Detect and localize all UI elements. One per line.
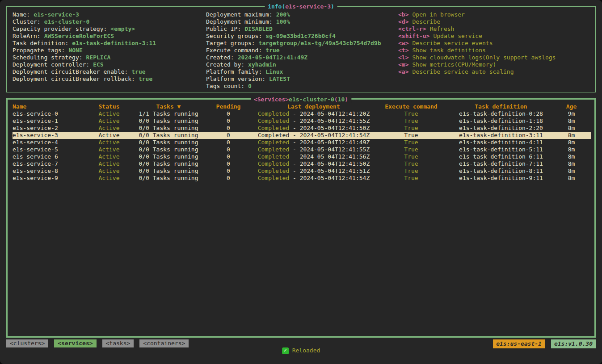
table-row[interactable]: e1s-service-0 Active 1/1 Tasks running 0… [13, 110, 591, 117]
info-column-1: Name:e1s-service-3 Cluster:e1s-cluster-0… [13, 11, 206, 90]
field-public-ip: Public IP:DISABLED [206, 25, 398, 33]
table-header-row: Name Status Tasks ▼ Pending Last deploym… [13, 103, 591, 110]
hotkey-describe: <d>Describe [398, 18, 595, 25]
cell-last-deployment: Completed - 2024-05-04T12:41:50Z [254, 160, 374, 167]
cell-last-deployment: Completed - 2024-05-04T12:41:51Z [254, 167, 374, 175]
hotkey-describe-auto-scaling: <a>Describe service auto scaling [398, 68, 595, 75]
field-scheduling-strategy: Scheduling strategy:REPLICA [13, 54, 206, 61]
info-title-prefix: info( [268, 3, 285, 10]
header-last-deployment: Last deployment [254, 103, 374, 110]
cell-last-deployment: Completed - 2024-05-04T12:41:56Z [254, 153, 374, 160]
field-target-groups: Target groups:targetgroup/e1s-tg/49a543c… [206, 40, 398, 47]
cell-last-deployment: Completed - 2024-05-04T12:41:54Z [254, 132, 374, 139]
e1s-terminal-app: info(e1s-service-3) Name:e1s-service-3 C… [0, 0, 602, 364]
services-title-cluster: e1s-cluster-0 [289, 96, 334, 103]
cell-last-deployment: Completed - 2024-05-04T12:41:54Z [254, 175, 374, 182]
cell-last-deployment: Completed - 2024-05-04T12:41:50Z [254, 125, 374, 132]
cell-last-deployment: Completed - 2024-05-04T12:41:49Z [254, 139, 374, 146]
field-platform-family: Platform family:Linux [206, 68, 398, 75]
hotkey-describe-service-events: <w>Describe service events [398, 40, 595, 47]
table-row[interactable]: e1s-service-8 Active 0/0 Tasks running 0… [13, 167, 591, 175]
field-platform-version: Platform version:LATEST [206, 75, 398, 83]
hotkey-show-metrics: <m>Show metrics(CPU/Memory) [398, 61, 595, 68]
reload-status: ✓ Reloaded [282, 347, 320, 354]
field-execute-command: Execute command:true [206, 47, 398, 54]
services-table: Name Status Tasks ▼ Pending Last deploym… [8, 100, 594, 182]
field-capacity-provider-strategy: Capacity provider strategy:<empty> [13, 25, 206, 33]
hotkey-update-service: <shift-u>Update service [398, 33, 595, 40]
field-name: Name:e1s-service-3 [13, 11, 206, 18]
check-icon: ✓ [282, 347, 289, 354]
field-cluster: Cluster:e1s-cluster-0 [13, 18, 206, 25]
field-deployment-controller: Deployment controller:ECS [13, 61, 206, 68]
footer-badges: e1s:us-east-1 e1s:v1.0.30 [493, 339, 596, 348]
cell-last-deployment: Completed - 2024-05-04T12:41:55Z [254, 146, 374, 153]
table-row[interactable]: e1s-service-5 Active 0/0 Tasks running 0… [13, 146, 591, 153]
sort-desc-icon: ▼ [177, 103, 181, 110]
field-created-by: Created by:xyhadmin [206, 61, 398, 68]
header-age: Age [553, 103, 589, 110]
resource-nav: <clusters> <services> <tasks> <container… [6, 339, 189, 347]
field-task-definition: Task definition:e1s-task-definition-3:11 [13, 40, 206, 47]
table-row-selected[interactable]: e1s-service-3 Active 0/0 Tasks running 0… [13, 132, 591, 139]
nav-tasks-button[interactable]: <tasks> [102, 339, 134, 347]
services-title-count: 10 [338, 96, 345, 103]
header-execute-command: Execute command [374, 103, 449, 110]
table-row[interactable]: e1s-service-1 Active 0/0 Tasks running 0… [13, 117, 591, 125]
hotkey-refresh: <ctrl-r>Refresh [398, 25, 595, 33]
services-panel: <Services>e1s-cluster-0(10) Name Status … [6, 98, 596, 338]
info-panel: info(e1s-service-3) Name:e1s-service-3 C… [6, 6, 596, 92]
info-title-suffix: ) [331, 3, 334, 10]
table-row[interactable]: e1s-service-2 Active 0/0 Tasks running 0… [13, 125, 591, 132]
nav-services-button[interactable]: <services> [54, 339, 96, 347]
table-row[interactable]: e1s-service-4 Active 0/0 Tasks running 0… [13, 139, 591, 146]
table-row[interactable]: e1s-service-6 Active 0/0 Tasks running 0… [13, 153, 591, 160]
info-grid: Name:e1s-service-3 Cluster:e1s-cluster-0… [7, 7, 595, 90]
field-security-groups: Security groups:sg-09e33bd1c726b0cf4 [206, 33, 398, 40]
info-column-2: Deployment maximum:200% Deployment minim… [206, 11, 398, 90]
info-panel-title: info(e1s-service-3) [265, 3, 337, 10]
table-row[interactable]: e1s-service-9 Active 0/0 Tasks running 0… [13, 175, 591, 182]
header-task-definition: Task definition [449, 103, 553, 110]
field-role-arn: RoleArn:AWSServiceRoleForECS [13, 33, 206, 40]
region-badge: e1s:us-east-1 [493, 339, 545, 348]
hotkey-open-in-browser: <b>Open in browser [398, 11, 595, 18]
services-title-prefix: <Services> [254, 96, 289, 103]
cell-last-deployment: Completed - 2024-05-04T12:41:55Z [254, 117, 374, 125]
version-badge: e1s:v1.0.30 [551, 339, 596, 348]
field-deployment-minimum: Deployment minimum:100% [206, 18, 398, 25]
nav-clusters-button[interactable]: <clusters> [6, 339, 48, 347]
field-circuitbreaker-rollback: Deployment circuitBreaker rollback:true [13, 75, 206, 83]
hotkeys-list: <b>Open in browser <d>Describe <ctrl-r>R… [398, 11, 595, 90]
header-status: Status [84, 103, 134, 110]
table-row[interactable]: e1s-service-7 Active 0/0 Tasks running 0… [13, 160, 591, 167]
cell-last-deployment: Completed - 2024-05-04T12:41:20Z [254, 110, 374, 117]
field-circuitbreaker-enable: Deployment circuitBreaker enable:true [13, 68, 206, 75]
field-tags-count: Tags count:0 [206, 83, 398, 90]
header-pending: Pending [203, 103, 254, 110]
nav-containers-button[interactable]: <containers> [139, 339, 189, 347]
field-created: Created:2024-05-04T12:41:49Z [206, 54, 398, 61]
field-deployment-maximum: Deployment maximum:200% [206, 11, 398, 18]
hotkey-show-task-definitions: <t>Show task definitions [398, 47, 595, 54]
services-panel-title: <Services>e1s-cluster-0(10) [251, 96, 351, 103]
header-name: Name [13, 103, 84, 110]
header-tasks-sorted[interactable]: Tasks ▼ [134, 103, 203, 110]
field-propagate-tags: Propagate tags:NONE [13, 47, 206, 54]
reload-status-label: Reloaded [292, 347, 320, 354]
hotkey-show-cloudwatch-logs: <l>Show cloudwatch logs(Only support aws… [398, 54, 595, 61]
info-title-service-name: e1s-service-3 [285, 3, 331, 10]
